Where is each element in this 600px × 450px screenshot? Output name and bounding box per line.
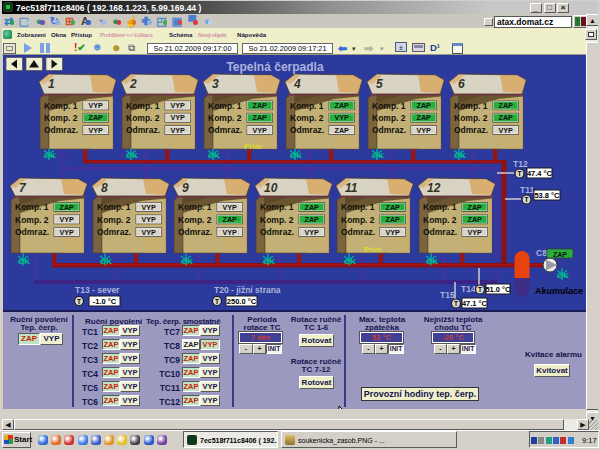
svg-text:OK: OK [181,257,193,266]
svg-text:Odmraz.: Odmraz. [260,227,294,237]
svg-text:VYP: VYP [89,126,104,135]
svg-text:1: 1 [48,77,55,91]
svg-text:Komp. 1: Komp. 1 [126,101,160,111]
svg-text:Komp. 2: Komp. 2 [341,215,375,225]
svg-text:T11: T11 [520,185,534,195]
svg-text:T: T [525,196,529,203]
svg-text:Komp. 1: Komp. 1 [97,202,131,212]
svg-text:ZAP: ZAP [335,101,350,110]
svg-text:Odmraz.: Odmraz. [341,227,375,237]
svg-text:ZAP: ZAP [499,113,514,122]
svg-text:T: T [454,300,458,307]
svg-text:ZAP: ZAP [386,215,401,224]
svg-text:OK: OK [344,257,356,266]
svg-text:Komp. 2: Komp. 2 [208,113,242,123]
svg-text:Komp. 2: Komp. 2 [178,215,212,225]
svg-text:Odmraz.: Odmraz. [178,227,212,237]
svg-text:Odmraz.: Odmraz. [423,227,457,237]
svg-text:ZAP: ZAP [468,215,483,224]
svg-text:VYP: VYP [60,215,75,224]
svg-text:Komp. 2: Komp. 2 [15,215,49,225]
svg-text:53.8 °C: 53.8 °C [534,191,560,200]
svg-text:VYP: VYP [89,101,104,110]
svg-text:ZAP: ZAP [417,101,432,110]
svg-text:VYP: VYP [142,228,157,237]
svg-text:VYP: VYP [171,101,186,110]
svg-text:11: 11 [345,181,358,195]
svg-text:Komp. 2: Komp. 2 [126,113,160,123]
svg-text:OK: OK [372,151,384,160]
svg-text:12: 12 [427,181,441,195]
svg-text:Komp. 1: Komp. 1 [423,202,457,212]
svg-text:51.0 °C: 51.0 °C [485,285,511,294]
svg-text:ZAP: ZAP [253,101,268,110]
svg-text:Komp. 1: Komp. 1 [372,101,406,111]
svg-text:Komp. 1: Komp. 1 [178,202,212,212]
svg-text:Prim: Prim [244,142,262,151]
svg-text:OK: OK [100,257,112,266]
svg-text:VYP: VYP [142,215,157,224]
svg-text:T20 - jižní strana: T20 - jižní strana [214,285,281,295]
svg-text:VYP: VYP [499,126,514,135]
svg-text:Komp. 2: Komp. 2 [44,113,78,123]
svg-text:OK: OK [454,151,466,160]
svg-text:6: 6 [458,77,465,91]
svg-text:VYP: VYP [335,113,350,122]
svg-text:Odmraz.: Odmraz. [290,125,324,135]
svg-text:Odmraz.: Odmraz. [15,227,49,237]
svg-text:47.4 °C: 47.4 °C [527,169,553,178]
svg-text:9: 9 [182,181,189,195]
svg-text:VYP: VYP [223,203,238,212]
svg-text:OK: OK [18,257,30,266]
svg-text:Komp. 2: Komp. 2 [260,215,294,225]
svg-text:Odmraz.: Odmraz. [97,227,131,237]
svg-text:ZAP: ZAP [386,203,401,212]
svg-text:Komp. 2: Komp. 2 [372,113,406,123]
svg-text:ZAP: ZAP [335,126,350,135]
svg-text:T14: T14 [461,284,476,294]
svg-text:47.1 °C: 47.1 °C [462,299,488,308]
svg-text:VYP: VYP [417,126,432,135]
svg-text:ZAP: ZAP [305,203,320,212]
svg-text:C8: C8 [536,248,547,258]
svg-text:Komp. 1: Komp. 1 [44,101,78,111]
svg-text:OK: OK [557,271,569,280]
svg-text:Komp. 1: Komp. 1 [260,202,294,212]
svg-text:VYP: VYP [386,228,401,237]
svg-text:T: T [77,298,81,305]
svg-text:ZAP: ZAP [223,215,238,224]
svg-text:8: 8 [101,181,108,195]
svg-text:OK: OK [126,151,138,160]
svg-text:T: T [478,286,482,293]
svg-text:Odmraz.: Odmraz. [372,125,406,135]
svg-text:ZAP: ZAP [89,113,104,122]
svg-text:ZAP: ZAP [553,251,567,258]
svg-text:OK: OK [44,151,56,160]
svg-text:T12: T12 [513,159,528,169]
svg-text:Prim: Prim [364,245,382,254]
svg-text:Komp. 1: Komp. 1 [15,202,49,212]
svg-text:T15: T15 [440,290,455,300]
svg-text:4: 4 [293,77,301,91]
svg-text:VYP: VYP [253,126,268,135]
svg-text:OK: OK [208,151,220,160]
svg-text:VYP: VYP [142,203,157,212]
svg-text:T: T [215,298,219,305]
svg-text:10: 10 [264,181,278,195]
svg-text:Odmraz.: Odmraz. [126,125,160,135]
svg-text:ZAP: ZAP [60,203,75,212]
svg-text:-1.0 °C: -1.0 °C [93,297,117,306]
svg-text:Komp. 1: Komp. 1 [454,101,488,111]
svg-text:ZAP: ZAP [253,113,268,122]
svg-text:ZAP: ZAP [417,113,432,122]
svg-text:Tepelná čerpadla: Tepelná čerpadla [226,60,323,74]
svg-text:OK: OK [426,257,438,266]
svg-text:Komp. 2: Komp. 2 [423,215,457,225]
svg-text:ZAP: ZAP [305,215,320,224]
svg-text:3: 3 [212,77,219,91]
svg-text:Komp. 2: Komp. 2 [97,215,131,225]
svg-text:Odmraz.: Odmraz. [208,125,242,135]
svg-text:250.0 °C: 250.0 °C [227,297,257,306]
svg-text:OK: OK [263,257,275,266]
svg-text:VYP: VYP [468,228,483,237]
